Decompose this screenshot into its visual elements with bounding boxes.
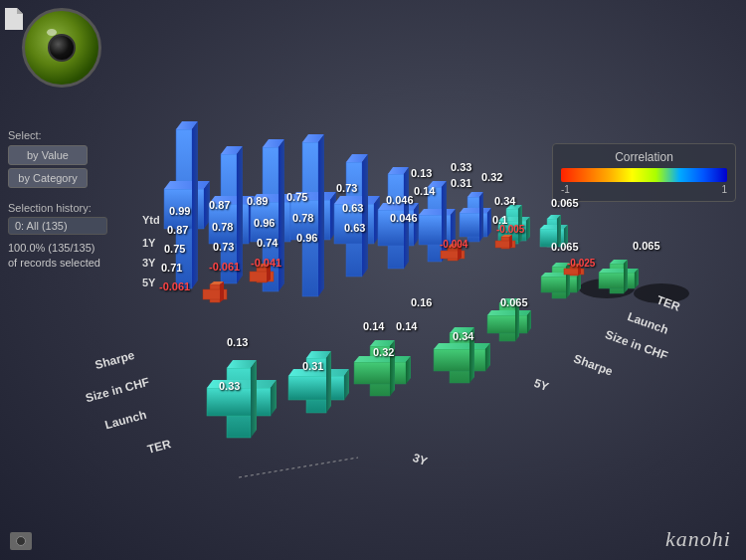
svg-marker-41 <box>419 209 456 215</box>
svg-marker-36 <box>404 167 409 269</box>
svg-marker-71 <box>288 369 349 376</box>
svg-marker-107 <box>220 281 224 302</box>
svg-marker-1 <box>17 8 23 14</box>
svg-rect-81 <box>434 349 485 371</box>
svg-marker-49 <box>487 208 491 237</box>
svg-marker-35 <box>378 203 419 210</box>
svg-marker-23 <box>290 192 336 200</box>
svg-marker-59 <box>540 225 568 229</box>
svg-marker-53 <box>498 217 530 221</box>
svg-marker-48 <box>479 192 483 242</box>
camera-lens <box>16 536 26 546</box>
kanohi-logo: kanohi <box>665 526 731 552</box>
svg-marker-5 <box>164 181 210 189</box>
svg-marker-123 <box>578 264 581 276</box>
svg-marker-43 <box>451 209 456 245</box>
svg-marker-12 <box>237 146 243 283</box>
svg-marker-77 <box>354 356 411 362</box>
svg-marker-66 <box>251 360 257 438</box>
svg-marker-96 <box>566 263 570 298</box>
svg-rect-63 <box>207 388 271 416</box>
svg-rect-69 <box>288 376 344 400</box>
svg-rect-93 <box>541 277 577 292</box>
svg-marker-24 <box>318 134 324 296</box>
chart-svg <box>0 0 746 560</box>
svg-line-124 <box>239 458 358 477</box>
svg-marker-37 <box>414 203 419 246</box>
eye-pupil <box>48 34 76 62</box>
file-icon[interactable] <box>5 8 23 34</box>
svg-rect-99 <box>599 273 635 288</box>
svg-marker-11 <box>209 196 255 204</box>
svg-marker-18 <box>279 139 284 291</box>
svg-marker-83 <box>434 343 490 349</box>
svg-marker-65 <box>207 380 277 388</box>
svg-marker-42 <box>442 181 447 262</box>
eye-highlight <box>47 29 57 36</box>
svg-marker-101 <box>599 269 639 273</box>
eye-logo <box>22 8 101 88</box>
svg-rect-75 <box>354 362 406 384</box>
svg-marker-89 <box>487 310 531 315</box>
svg-marker-47 <box>460 208 491 213</box>
chart-3d: Ytd 1Y 3Y 5Y Sharpe Size in CHF Launch T… <box>0 0 746 560</box>
svg-marker-17 <box>251 194 296 202</box>
svg-marker-119 <box>509 235 512 249</box>
svg-marker-102 <box>624 260 628 293</box>
svg-marker-54 <box>518 205 522 244</box>
svg-marker-72 <box>326 351 331 413</box>
svg-marker-60 <box>557 215 561 247</box>
svg-marker-30 <box>362 154 368 277</box>
svg-marker-29 <box>334 196 380 204</box>
svg-marker-84 <box>469 327 474 383</box>
svg-marker-111 <box>267 264 271 282</box>
svg-marker-90 <box>515 298 519 341</box>
svg-marker-6 <box>192 121 198 288</box>
svg-marker-55 <box>526 217 530 241</box>
oval-shadow-2 <box>634 283 689 303</box>
svg-rect-87 <box>487 315 527 333</box>
svg-marker-78 <box>390 340 395 396</box>
camera-button[interactable] <box>10 532 32 550</box>
